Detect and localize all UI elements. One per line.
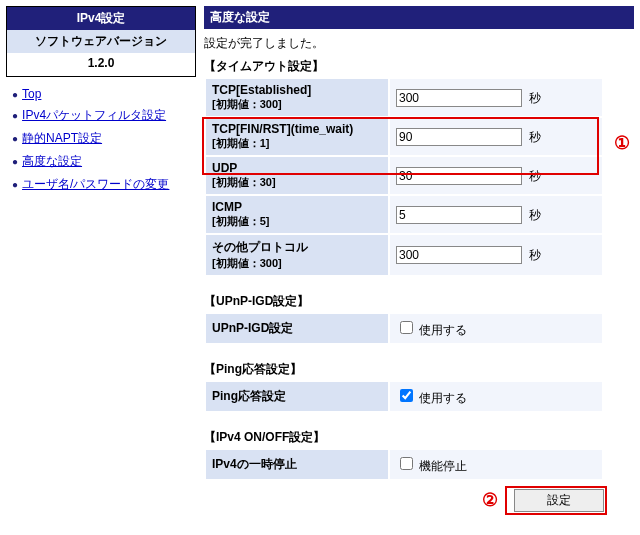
tcp-est-init: [初期値：300] [212, 97, 382, 112]
ipv4off-checkbox-label: 機能停止 [419, 459, 467, 473]
udp-init: [初期値：30] [212, 175, 382, 190]
section-timeout-title: 【タイムアウト設定】 [204, 58, 604, 75]
other-input[interactable] [396, 246, 522, 264]
ipv4off-label: IPv4の一時停止 [205, 449, 389, 480]
tcp-est-label: TCP[Established] [212, 83, 382, 97]
version-label: ソフトウェアバージョン [7, 30, 195, 53]
unit-sec: 秒 [529, 208, 541, 222]
row-tcp-fin: TCP[FIN/RST](time_wait) [初期値：1] 秒 [205, 117, 603, 156]
nav-static-napt[interactable]: 静的NAPT設定 [22, 131, 102, 145]
row-upnp: UPnP-IGD設定 使用する [205, 313, 603, 344]
section-upnp-title: 【UPnP-IGD設定】 [204, 293, 604, 310]
row-other-protocol: その他プロトコル [初期値：300] 秒 [205, 234, 603, 276]
row-tcp-established: TCP[Established] [初期値：300] 秒 [205, 78, 603, 117]
unit-sec: 秒 [529, 169, 541, 183]
other-label: その他プロトコル [212, 239, 382, 256]
bullet-icon: ● [12, 133, 18, 144]
ipv4off-checkbox[interactable] [400, 457, 413, 470]
nav-list: ●Top ●IPv4パケットフィルタ設定 ●静的NAPT設定 ●高度な設定 ●ユ… [12, 87, 196, 193]
status-message: 設定が完了しました。 [204, 35, 604, 52]
other-init: [初期値：300] [212, 256, 382, 271]
nav-top[interactable]: Top [22, 87, 41, 101]
icmp-label: ICMP [212, 200, 382, 214]
sidebar: IPv4設定 ソフトウェアバージョン 1.2.0 ●Top ●IPv4パケットフ… [6, 6, 196, 199]
submit-button[interactable]: 設定 [514, 489, 604, 512]
annotation-circle-2: ② [482, 489, 498, 511]
ping-label: Ping応答設定 [205, 381, 389, 412]
annotation-circle-1: ① [614, 132, 630, 154]
main-title: 高度な設定 [204, 6, 634, 29]
bullet-icon: ● [12, 156, 18, 167]
icmp-input[interactable] [396, 206, 522, 224]
bullet-icon: ● [12, 110, 18, 121]
ipv4-table: IPv4の一時停止 機能停止 [204, 448, 604, 481]
version-number: 1.2.0 [7, 53, 195, 76]
unit-sec: 秒 [529, 91, 541, 105]
nav-packet-filter[interactable]: IPv4パケットフィルタ設定 [22, 108, 166, 122]
upnp-table: UPnP-IGD設定 使用する [204, 312, 604, 345]
row-icmp: ICMP [初期値：5] 秒 [205, 195, 603, 234]
unit-sec: 秒 [529, 130, 541, 144]
nav-user-pass[interactable]: ユーザ名/パスワードの変更 [22, 177, 169, 191]
udp-input[interactable] [396, 167, 522, 185]
section-ipv4-title: 【IPv4 ON/OFF設定】 [204, 429, 604, 446]
unit-sec: 秒 [529, 248, 541, 262]
bullet-icon: ● [12, 89, 18, 100]
timeout-table: TCP[Established] [初期値：300] 秒 TCP[FIN/RST… [204, 77, 604, 277]
sidebar-title: IPv4設定 [7, 7, 195, 30]
nav-advanced[interactable]: 高度な設定 [22, 154, 82, 168]
upnp-checkbox[interactable] [400, 321, 413, 334]
row-udp: UDP [初期値：30] 秒 [205, 156, 603, 195]
tcp-fin-label: TCP[FIN/RST](time_wait) [212, 122, 382, 136]
icmp-init: [初期値：5] [212, 214, 382, 229]
tcp-est-input[interactable] [396, 89, 522, 107]
upnp-checkbox-label: 使用する [419, 323, 467, 337]
tcp-fin-input[interactable] [396, 128, 522, 146]
row-ipv4-off: IPv4の一時停止 機能停止 [205, 449, 603, 480]
bullet-icon: ● [12, 179, 18, 190]
ping-checkbox-label: 使用する [419, 391, 467, 405]
udp-label: UDP [212, 161, 382, 175]
upnp-label: UPnP-IGD設定 [205, 313, 389, 344]
section-ping-title: 【Ping応答設定】 [204, 361, 604, 378]
ping-checkbox[interactable] [400, 389, 413, 402]
main-panel: 高度な設定 設定が完了しました。 【タイムアウト設定】 TCP[Establis… [204, 6, 634, 512]
tcp-fin-init: [初期値：1] [212, 136, 382, 151]
ping-table: Ping応答設定 使用する [204, 380, 604, 413]
row-ping: Ping応答設定 使用する [205, 381, 603, 412]
